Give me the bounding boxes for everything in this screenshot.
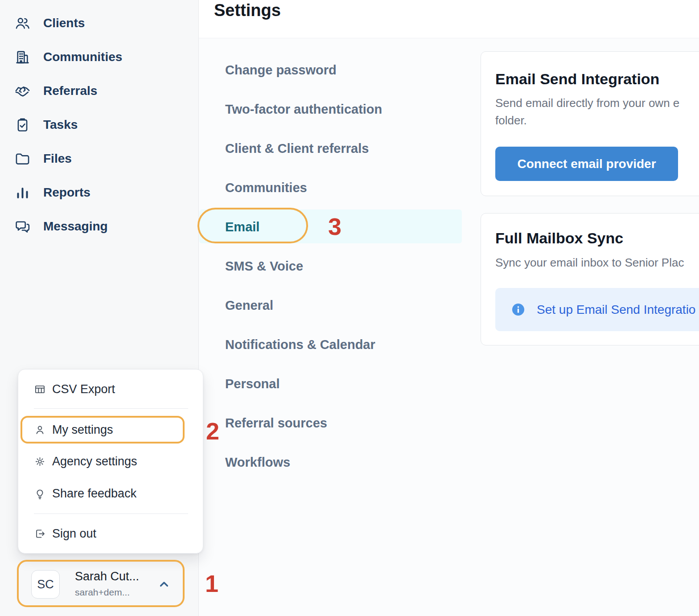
menu-divider: [34, 408, 188, 409]
sign-out-icon: [34, 528, 46, 540]
setup-email-send-integration-link[interactable]: Set up Email Send Integratio: [537, 303, 695, 317]
settings-nav-communities[interactable]: Communities: [225, 171, 382, 205]
csv-table-icon: [34, 383, 46, 395]
menu-item-label: Sign out: [52, 527, 96, 541]
settings-nav-two-factor[interactable]: Two-factor authentication: [225, 92, 382, 126]
menu-item-my-settings[interactable]: My settings: [18, 417, 203, 442]
sidebar-item-label: Files: [43, 152, 72, 166]
sidebar-item-communities[interactable]: Communities: [0, 40, 198, 74]
settings-nav: Change password Two-factor authenticatio…: [225, 53, 382, 485]
settings-nav-email[interactable]: Email: [225, 210, 382, 244]
info-icon: [511, 303, 525, 316]
card-description: Send email directly from your own e fold…: [495, 94, 679, 129]
menu-item-label: Agency settings: [52, 455, 137, 468]
profile-name: Sarah Cut...: [75, 570, 139, 583]
menu-item-csv-export[interactable]: CSV Export: [18, 377, 203, 402]
card-description-line1: Send email directly from your own e: [495, 94, 679, 112]
connect-email-provider-button[interactable]: Connect email provider: [495, 147, 678, 181]
card-title: Full Mailbox Sync: [495, 230, 623, 247]
files-folder-icon: [14, 151, 31, 167]
sidebar-item-label: Clients: [43, 16, 85, 30]
menu-item-share-feedback[interactable]: Share feedback: [18, 481, 203, 506]
card-description-line2: folder.: [495, 112, 679, 129]
communities-icon: [14, 49, 31, 66]
menu-divider: [34, 513, 188, 514]
settings-nav-client-referrals[interactable]: Client & Client referrals: [225, 131, 382, 165]
sidebar-item-files[interactable]: Files: [0, 142, 198, 176]
annotation-step-3: 3: [328, 214, 341, 239]
menu-item-label: Share feedback: [52, 487, 136, 501]
sidebar-item-label: Tasks: [43, 118, 78, 132]
full-mailbox-sync-card: Full Mailbox Sync Sync your email inbox …: [481, 213, 699, 345]
avatar: SC: [31, 570, 60, 599]
person-icon: [34, 424, 46, 436]
lightbulb-icon: [34, 488, 46, 500]
card-title: Email Send Integration: [495, 70, 659, 88]
account-menu-popup: CSV Export My settings Agency settings S…: [18, 369, 203, 554]
settings-nav-change-password[interactable]: Change password: [225, 53, 382, 87]
gear-icon: [34, 456, 46, 468]
sidebar-item-label: Referrals: [43, 84, 97, 98]
info-banner: Set up Email Send Integratio: [495, 288, 699, 331]
email-send-integration-card: Email Send Integration Send email direct…: [481, 51, 699, 196]
settings-nav-sms-voice[interactable]: SMS & Voice: [225, 249, 382, 283]
sidebar-item-label: Communities: [43, 50, 122, 64]
referrals-handshake-icon: [14, 83, 31, 99]
settings-nav-workflows[interactable]: Workflows: [225, 445, 382, 479]
sidebar-nav: Clients Communities Referrals Tasks File: [0, 6, 198, 243]
annotation-step-1: 1: [205, 571, 218, 596]
profile-email: sarah+dem...: [75, 587, 130, 598]
sidebar-item-label: Reports: [43, 185, 90, 200]
messaging-chat-icon: [14, 218, 31, 235]
sidebar-item-clients[interactable]: Clients: [0, 6, 198, 40]
clients-icon: [14, 15, 31, 32]
chevron-up-icon[interactable]: [157, 577, 171, 591]
tasks-icon: [14, 117, 31, 133]
sidebar-item-messaging[interactable]: Messaging: [0, 209, 198, 243]
sidebar-item-referrals[interactable]: Referrals: [0, 74, 198, 108]
reports-chart-icon: [14, 185, 31, 201]
sidebar-item-tasks[interactable]: Tasks: [0, 108, 198, 142]
menu-item-label: My settings: [52, 423, 113, 437]
card-description: Sync your email inbox to Senior Plac: [495, 254, 684, 271]
page-title: Settings: [214, 0, 281, 21]
settings-nav-referral-sources[interactable]: Referral sources: [225, 406, 382, 440]
settings-nav-general[interactable]: General: [225, 288, 382, 322]
annotation-step-2: 2: [206, 419, 219, 444]
settings-nav-personal[interactable]: Personal: [225, 367, 382, 401]
menu-item-sign-out[interactable]: Sign out: [18, 521, 203, 546]
sidebar-item-reports[interactable]: Reports: [0, 176, 198, 209]
menu-item-label: CSV Export: [52, 382, 115, 396]
sidebar-item-label: Messaging: [43, 219, 108, 234]
settings-nav-notifications-calendar[interactable]: Notifications & Calendar: [225, 328, 382, 361]
menu-item-agency-settings[interactable]: Agency settings: [18, 449, 203, 474]
